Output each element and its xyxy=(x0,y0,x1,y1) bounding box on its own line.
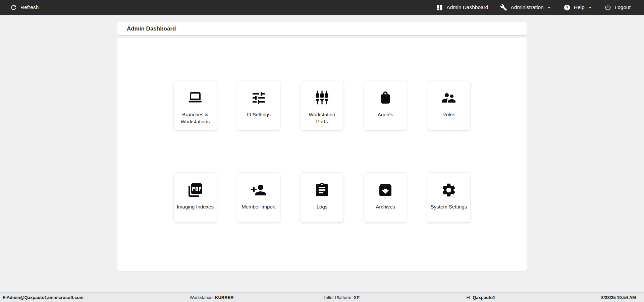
tile-label: Workstation Ports xyxy=(303,111,341,125)
tile-member-import[interactable]: Member Import xyxy=(237,172,280,223)
tile-label: Branches & Workstations xyxy=(176,111,215,125)
tile-agents[interactable]: Agents xyxy=(364,80,407,130)
status-teller-platform-label: Teller Platform: xyxy=(323,295,353,300)
nav-admin-dashboard[interactable]: Admin Dashboard xyxy=(436,4,488,11)
status-workstation-label: Workstation: xyxy=(190,295,214,300)
page-title-card: Admin Dashboard xyxy=(117,22,527,35)
tile-logs[interactable]: Logs xyxy=(300,172,344,223)
tile-label: Archives xyxy=(376,203,395,210)
tile-row-2: Imaging IndexesMember ImportLogsArchives… xyxy=(117,172,527,223)
gear-icon xyxy=(441,182,457,198)
tile-system-settings[interactable]: System Settings xyxy=(427,172,471,223)
power-icon xyxy=(604,4,611,11)
nav-label: Logout xyxy=(615,4,631,10)
tile-branches-workstations[interactable]: Branches & Workstations xyxy=(173,80,217,130)
tile-label: Imaging Indexes xyxy=(177,203,214,210)
status-teller-platform-value: XP xyxy=(354,295,360,300)
nav-administration[interactable]: Administration xyxy=(500,4,551,11)
status-fi-label: FI: xyxy=(466,295,471,300)
status-fi: FI: Qaxpauto1 xyxy=(414,295,547,300)
dashboard-icon xyxy=(436,4,443,11)
archive-icon xyxy=(377,182,393,198)
status-timestamp: 8/28/25 10:54 AM xyxy=(547,295,636,300)
page-title: Admin Dashboard xyxy=(127,25,176,32)
topbar-nav: Admin Dashboard Administration Help L xyxy=(436,4,631,11)
tile-imaging-indexes[interactable]: Imaging Indexes xyxy=(173,172,217,223)
tile-roles[interactable]: Roles xyxy=(427,80,471,130)
tile-label: Logs xyxy=(317,203,328,210)
clipboard-icon xyxy=(314,182,330,198)
status-workstation: Workstation: KURRER xyxy=(155,295,269,300)
pdf-icon xyxy=(187,182,203,198)
briefcase-icon xyxy=(377,90,393,106)
tile-label: System Settings xyxy=(431,203,467,210)
status-fi-value: Qaxpauto1 xyxy=(473,295,495,300)
person-add-icon xyxy=(251,182,267,198)
refresh-label: Refresh xyxy=(20,4,39,10)
chevron-down-icon xyxy=(546,5,551,10)
wrench-icon xyxy=(500,4,507,11)
tile-row-1: Branches & WorkstationsFI SettingsWorkst… xyxy=(117,80,527,130)
nav-label: Admin Dashboard xyxy=(446,4,488,10)
nav-help[interactable]: Help xyxy=(564,4,592,11)
nav-label: Help xyxy=(574,4,585,10)
status-user: FiAdmin@Qaxpauto1.onmicrosoft.com xyxy=(3,295,155,300)
people-icon xyxy=(441,90,457,106)
status-teller-platform: Teller Platform: XP xyxy=(269,295,414,300)
tile-fi-settings[interactable]: FI Settings xyxy=(237,80,280,130)
status-workstation-value: KURRER xyxy=(215,295,234,300)
nav-logout[interactable]: Logout xyxy=(604,4,631,11)
chevron-down-icon xyxy=(587,5,592,10)
tile-label: Roles xyxy=(442,111,455,118)
laptop-icon xyxy=(187,90,203,106)
refresh-button[interactable]: Refresh xyxy=(10,4,39,11)
refresh-icon xyxy=(10,4,17,11)
dashboard-card: Branches & WorkstationsFI SettingsWorkst… xyxy=(117,38,527,271)
tile-workstation-ports[interactable]: Workstation Ports xyxy=(300,80,344,130)
help-icon xyxy=(564,4,571,11)
nav-label: Administration xyxy=(511,4,543,10)
tile-label: Agents xyxy=(378,111,393,118)
tile-archives[interactable]: Archives xyxy=(364,172,407,223)
sliders-icon xyxy=(251,90,267,106)
tile-label: FI Settings xyxy=(247,111,271,118)
main-content: Admin Dashboard Branches & WorkstationsF… xyxy=(0,15,644,292)
tile-label: Member Import xyxy=(241,203,276,210)
ports-icon xyxy=(314,90,330,106)
topbar: Refresh Admin Dashboard Administration H… xyxy=(0,0,644,15)
status-bar: FiAdmin@Qaxpauto1.onmicrosoft.com Workst… xyxy=(0,292,644,302)
